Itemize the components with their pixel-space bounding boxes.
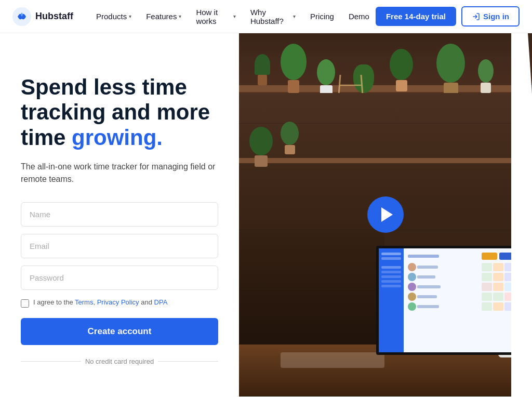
- nav-features[interactable]: Features ▾: [140, 8, 188, 25]
- terms-row: I agree to the Terms, Privacy Policy and…: [21, 298, 218, 308]
- create-account-button[interactable]: Create account: [21, 318, 218, 345]
- email-input[interactable]: [21, 234, 218, 258]
- plant-7: [478, 59, 494, 93]
- nav-demo[interactable]: Demo: [342, 8, 376, 25]
- logo-text: Hubstaff: [35, 11, 73, 22]
- nav-how-it-works[interactable]: How it works ▾: [190, 4, 242, 30]
- chevron-down-icon: ▾: [293, 14, 296, 19]
- navbar: Hubstaff Products ▾ Features ▾ How it wo…: [0, 0, 532, 33]
- logo-link[interactable]: Hubstaff: [12, 7, 73, 26]
- terms-checkbox[interactable]: [21, 299, 29, 308]
- monitor-sidebar: [379, 248, 404, 352]
- hero-subtitle: The all-in-one work time tracker for man…: [21, 161, 218, 186]
- lower-plant-1: [249, 127, 273, 167]
- monitor-area: [376, 246, 532, 365]
- play-icon: [381, 207, 393, 222]
- plant-6: [436, 44, 465, 96]
- chevron-down-icon: ▾: [129, 14, 131, 19]
- dpa-link[interactable]: DPA: [154, 298, 168, 306]
- logo-icon: [12, 7, 31, 26]
- hero-title: Spend less time tracking and more time g…: [21, 75, 218, 150]
- lower-plant-2: [281, 122, 299, 154]
- signup-form: I agree to the Terms, Privacy Policy and…: [21, 202, 218, 365]
- monitor-content: [404, 248, 519, 352]
- password-input[interactable]: [21, 266, 218, 290]
- terms-link[interactable]: Terms: [75, 298, 93, 306]
- hero-right-panel: [239, 33, 532, 396]
- signin-icon: [472, 12, 480, 21]
- nav-pricing[interactable]: Pricing: [304, 8, 340, 25]
- plant-1: [255, 54, 270, 85]
- chevron-down-icon: ▾: [179, 14, 181, 19]
- plant-5: [390, 49, 413, 91]
- no-credit-text: No credit card required: [21, 358, 218, 365]
- free-trial-button[interactable]: Free 14-day trial: [376, 7, 456, 26]
- chevron-down-icon: ▾: [233, 14, 236, 19]
- hero-left-panel: Spend less time tracking and more time g…: [0, 33, 239, 396]
- nav-actions: Free 14-day trial Sign in: [376, 6, 520, 27]
- lower-shelf: [239, 158, 532, 163]
- diagonal-clip: [511, 33, 532, 396]
- signin-button[interactable]: Sign in: [461, 6, 520, 27]
- privacy-policy-link[interactable]: Privacy Policy: [97, 298, 139, 306]
- monitor-screen: [376, 246, 522, 355]
- nav-links: Products ▾ Features ▾ How it works ▾ Why…: [90, 4, 376, 30]
- hero-section: Spend less time tracking and more time g…: [0, 33, 532, 396]
- nav-products[interactable]: Products ▾: [90, 8, 138, 25]
- play-button[interactable]: [367, 196, 404, 233]
- name-input[interactable]: [21, 202, 218, 227]
- terms-text: I agree to the Terms, Privacy Policy and…: [33, 298, 167, 306]
- plant-2: [281, 44, 307, 93]
- hero-background: [239, 33, 532, 396]
- nav-why-hubstaff[interactable]: Why Hubstaff? ▾: [244, 4, 302, 30]
